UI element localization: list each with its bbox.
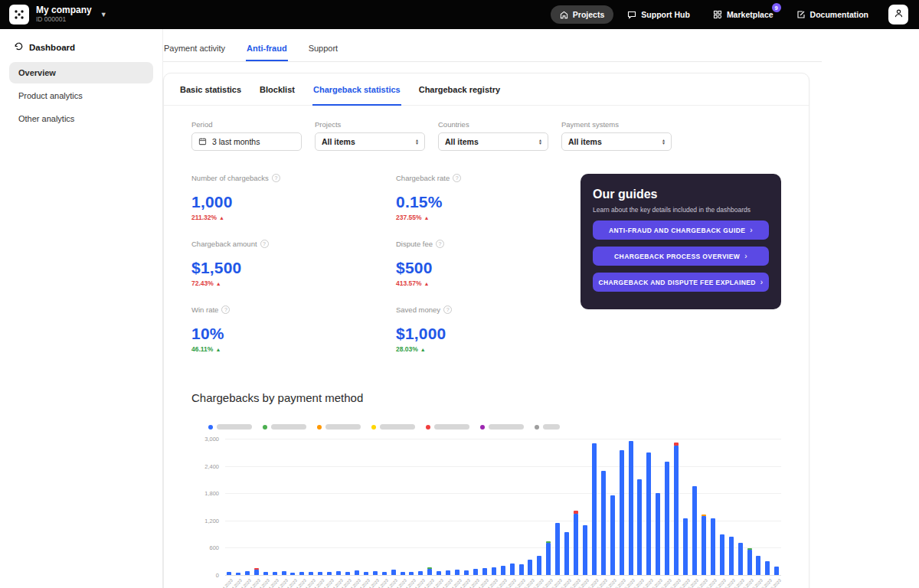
bar[interactable] bbox=[473, 439, 478, 575]
bar[interactable] bbox=[263, 439, 268, 575]
bar[interactable] bbox=[620, 439, 624, 575]
bar[interactable] bbox=[574, 439, 578, 575]
bar[interactable] bbox=[510, 439, 515, 575]
bar[interactable] bbox=[427, 439, 432, 575]
bar[interactable] bbox=[637, 439, 642, 575]
bar[interactable] bbox=[583, 439, 587, 575]
bar[interactable] bbox=[446, 439, 450, 575]
bar[interactable] bbox=[555, 439, 560, 575]
bar[interactable] bbox=[646, 439, 651, 575]
subtab-blocklist[interactable]: Blocklist bbox=[259, 74, 296, 105]
bar[interactable] bbox=[492, 439, 496, 575]
sidebar-item-product-analytics[interactable]: Product analytics bbox=[9, 85, 153, 106]
period-input[interactable]: 3 last months bbox=[191, 132, 302, 151]
company-switcher[interactable]: My company ID 000001 ▼ bbox=[9, 5, 107, 24]
subtab-basic-statistics[interactable]: Basic statistics bbox=[179, 74, 242, 105]
projects-select[interactable]: All items ▴▾ bbox=[315, 132, 425, 151]
bar[interactable] bbox=[418, 439, 423, 575]
nav-marketplace-button[interactable]: Marketplace 9 bbox=[704, 5, 783, 24]
tab-payment-activity[interactable]: Payment activity bbox=[163, 38, 226, 61]
bar[interactable] bbox=[656, 439, 660, 575]
bar[interactable] bbox=[345, 439, 350, 575]
bar[interactable] bbox=[720, 439, 724, 575]
countries-select[interactable]: All items ▴▾ bbox=[438, 132, 548, 151]
bar[interactable] bbox=[683, 439, 688, 575]
help-icon[interactable]: ? bbox=[260, 240, 269, 248]
bar[interactable] bbox=[564, 439, 569, 575]
sidebar-item-other-analytics[interactable]: Other analytics bbox=[9, 108, 153, 129]
bar[interactable] bbox=[437, 439, 441, 575]
subtab-chargeback-registry[interactable]: Chargeback registry bbox=[418, 74, 501, 105]
bar[interactable] bbox=[309, 439, 313, 575]
bar[interactable] bbox=[528, 439, 532, 575]
bar[interactable] bbox=[391, 439, 396, 575]
legend-item[interactable] bbox=[263, 424, 306, 430]
bar[interactable] bbox=[738, 439, 743, 575]
bar[interactable] bbox=[610, 439, 615, 575]
bar[interactable] bbox=[482, 439, 487, 575]
subtab-chargeback-statistics[interactable]: Chargeback statistics bbox=[312, 74, 401, 106]
bar[interactable] bbox=[665, 439, 669, 575]
bar[interactable] bbox=[729, 439, 734, 575]
legend-item[interactable] bbox=[426, 424, 469, 430]
legend-item[interactable] bbox=[480, 424, 524, 430]
legend-item[interactable] bbox=[317, 424, 361, 430]
guide-antifraud-chargeback-button[interactable]: ANTI-FRAUD AND CHARGEBACK GUIDE› bbox=[593, 220, 769, 240]
y-tick-label: 3,000 bbox=[204, 436, 219, 443]
bar[interactable] bbox=[455, 439, 460, 575]
bar[interactable] bbox=[501, 439, 505, 575]
bar[interactable] bbox=[336, 439, 341, 575]
bar[interactable] bbox=[373, 439, 378, 575]
bar[interactable] bbox=[692, 439, 697, 575]
help-icon[interactable]: ? bbox=[436, 240, 444, 248]
bar[interactable] bbox=[327, 439, 332, 575]
bar[interactable] bbox=[765, 439, 770, 575]
bar[interactable] bbox=[674, 439, 679, 575]
x-tick-label: 02.04.2023 bbox=[236, 575, 240, 588]
guide-dispute-fee-button[interactable]: CHARGEBACK AND DISPUTE FEE EXPLAINED› bbox=[593, 273, 769, 292]
stat-delta: 237.55% bbox=[396, 214, 422, 221]
legend-item[interactable] bbox=[535, 424, 560, 430]
legend-item[interactable] bbox=[371, 424, 415, 430]
bar[interactable] bbox=[464, 439, 469, 575]
help-icon[interactable]: ? bbox=[272, 174, 280, 182]
help-icon[interactable]: ? bbox=[453, 174, 461, 182]
bar[interactable] bbox=[756, 439, 760, 575]
sidebar-item-overview[interactable]: Overview bbox=[9, 62, 153, 83]
bar[interactable] bbox=[409, 439, 414, 575]
nav-projects-button[interactable]: Projects bbox=[551, 5, 613, 24]
nav-support-hub-button[interactable]: Support Hub bbox=[618, 5, 699, 24]
bar[interactable] bbox=[702, 439, 706, 575]
bar[interactable] bbox=[519, 439, 524, 575]
legend-item[interactable] bbox=[208, 424, 252, 430]
bar[interactable] bbox=[364, 439, 368, 575]
nav-documentation-button[interactable]: Documentation bbox=[787, 5, 878, 24]
help-icon[interactable]: ? bbox=[221, 305, 230, 314]
bar[interactable] bbox=[601, 439, 606, 575]
tab-anti-fraud[interactable]: Anti-fraud bbox=[246, 38, 288, 61]
bar[interactable] bbox=[355, 439, 359, 575]
bar[interactable] bbox=[290, 439, 295, 575]
bar[interactable] bbox=[227, 439, 231, 575]
bar[interactable] bbox=[236, 439, 240, 575]
user-avatar-button[interactable] bbox=[888, 5, 908, 24]
help-icon[interactable]: ? bbox=[443, 305, 452, 314]
bar[interactable] bbox=[774, 439, 779, 575]
bar[interactable] bbox=[537, 439, 541, 575]
bar[interactable] bbox=[245, 439, 250, 575]
bar[interactable] bbox=[401, 439, 405, 575]
bar[interactable] bbox=[273, 439, 277, 575]
bar[interactable] bbox=[546, 439, 551, 575]
bar[interactable] bbox=[711, 439, 715, 575]
bar[interactable] bbox=[282, 439, 286, 575]
bar[interactable] bbox=[629, 439, 633, 575]
guide-chargeback-process-button[interactable]: CHARGEBACK PROCESS OVERVIEW› bbox=[593, 247, 769, 266]
payment-systems-select[interactable]: All items ▴▾ bbox=[561, 132, 672, 151]
bar[interactable] bbox=[592, 439, 597, 575]
bar[interactable] bbox=[747, 439, 752, 575]
bar[interactable] bbox=[382, 439, 387, 575]
bar[interactable] bbox=[299, 439, 304, 575]
bar[interactable] bbox=[254, 439, 259, 575]
tab-support[interactable]: Support bbox=[308, 38, 339, 61]
bar[interactable] bbox=[318, 439, 322, 575]
